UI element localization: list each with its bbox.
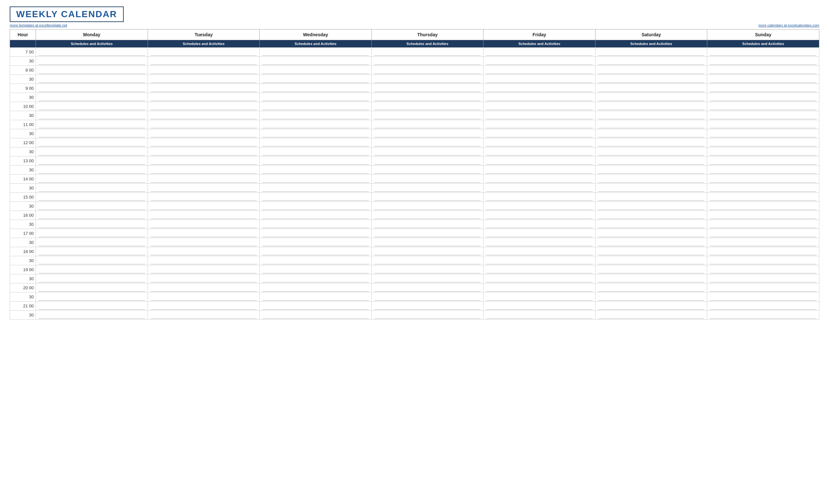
schedule-cell[interactable] bbox=[483, 166, 596, 175]
schedule-cell[interactable] bbox=[483, 256, 596, 265]
schedule-cell[interactable] bbox=[371, 75, 483, 84]
schedule-cell[interactable] bbox=[707, 75, 819, 84]
schedule-cell[interactable] bbox=[595, 48, 707, 57]
schedule-cell[interactable] bbox=[36, 184, 148, 193]
schedule-cell[interactable] bbox=[707, 247, 819, 256]
schedule-cell[interactable] bbox=[483, 247, 596, 256]
schedule-cell[interactable] bbox=[595, 283, 707, 292]
schedule-cell[interactable] bbox=[148, 265, 260, 274]
schedule-cell[interactable] bbox=[595, 238, 707, 247]
schedule-cell[interactable] bbox=[260, 184, 372, 193]
schedule-cell[interactable] bbox=[483, 120, 596, 129]
schedule-cell[interactable] bbox=[148, 120, 260, 129]
schedule-cell[interactable] bbox=[148, 184, 260, 193]
schedule-cell[interactable] bbox=[148, 93, 260, 102]
schedule-cell[interactable] bbox=[371, 184, 483, 193]
schedule-cell[interactable] bbox=[707, 229, 819, 238]
schedule-cell[interactable] bbox=[595, 175, 707, 184]
schedule-cell[interactable] bbox=[483, 147, 596, 156]
schedule-cell[interactable] bbox=[483, 48, 596, 57]
schedule-cell[interactable] bbox=[36, 193, 148, 202]
link-right[interactable]: more calendars at excelcalendars.com bbox=[758, 23, 819, 27]
schedule-cell[interactable] bbox=[371, 93, 483, 102]
schedule-cell[interactable] bbox=[483, 84, 596, 93]
schedule-cell[interactable] bbox=[707, 311, 819, 320]
schedule-cell[interactable] bbox=[148, 129, 260, 138]
schedule-cell[interactable] bbox=[148, 48, 260, 57]
schedule-cell[interactable] bbox=[371, 265, 483, 274]
schedule-cell[interactable] bbox=[148, 283, 260, 292]
schedule-cell[interactable] bbox=[595, 265, 707, 274]
schedule-cell[interactable] bbox=[707, 93, 819, 102]
schedule-cell[interactable] bbox=[371, 48, 483, 57]
schedule-cell[interactable] bbox=[707, 111, 819, 120]
schedule-cell[interactable] bbox=[260, 301, 372, 311]
schedule-cell[interactable] bbox=[707, 292, 819, 301]
schedule-cell[interactable] bbox=[371, 220, 483, 229]
schedule-cell[interactable] bbox=[595, 292, 707, 301]
schedule-cell[interactable] bbox=[483, 202, 596, 211]
schedule-cell[interactable] bbox=[483, 301, 596, 311]
schedule-cell[interactable] bbox=[36, 265, 148, 274]
schedule-cell[interactable] bbox=[483, 66, 596, 75]
schedule-cell[interactable] bbox=[371, 175, 483, 184]
schedule-cell[interactable] bbox=[148, 211, 260, 220]
schedule-cell[interactable] bbox=[36, 311, 148, 320]
schedule-cell[interactable] bbox=[595, 193, 707, 202]
schedule-cell[interactable] bbox=[707, 84, 819, 93]
schedule-cell[interactable] bbox=[483, 184, 596, 193]
schedule-cell[interactable] bbox=[707, 175, 819, 184]
schedule-cell[interactable] bbox=[371, 66, 483, 75]
schedule-cell[interactable] bbox=[595, 184, 707, 193]
schedule-cell[interactable] bbox=[707, 166, 819, 175]
schedule-cell[interactable] bbox=[260, 283, 372, 292]
schedule-cell[interactable] bbox=[483, 292, 596, 301]
schedule-cell[interactable] bbox=[707, 256, 819, 265]
schedule-cell[interactable] bbox=[707, 274, 819, 283]
schedule-cell[interactable] bbox=[483, 93, 596, 102]
schedule-cell[interactable] bbox=[36, 229, 148, 238]
schedule-cell[interactable] bbox=[595, 147, 707, 156]
schedule-cell[interactable] bbox=[483, 57, 596, 66]
schedule-cell[interactable] bbox=[36, 292, 148, 301]
schedule-cell[interactable] bbox=[260, 311, 372, 320]
schedule-cell[interactable] bbox=[595, 202, 707, 211]
schedule-cell[interactable] bbox=[371, 102, 483, 111]
link-left[interactable]: more templates at exceltemplate.net bbox=[10, 23, 67, 27]
schedule-cell[interactable] bbox=[36, 166, 148, 175]
schedule-cell[interactable] bbox=[371, 138, 483, 147]
schedule-cell[interactable] bbox=[260, 238, 372, 247]
schedule-cell[interactable] bbox=[707, 48, 819, 57]
schedule-cell[interactable] bbox=[595, 102, 707, 111]
schedule-cell[interactable] bbox=[595, 57, 707, 66]
schedule-cell[interactable] bbox=[260, 211, 372, 220]
schedule-cell[interactable] bbox=[707, 283, 819, 292]
schedule-cell[interactable] bbox=[707, 193, 819, 202]
schedule-cell[interactable] bbox=[707, 184, 819, 193]
schedule-cell[interactable] bbox=[707, 202, 819, 211]
schedule-cell[interactable] bbox=[148, 156, 260, 166]
schedule-cell[interactable] bbox=[148, 274, 260, 283]
schedule-cell[interactable] bbox=[595, 111, 707, 120]
schedule-cell[interactable] bbox=[260, 75, 372, 84]
schedule-cell[interactable] bbox=[371, 129, 483, 138]
schedule-cell[interactable] bbox=[148, 66, 260, 75]
schedule-cell[interactable] bbox=[148, 166, 260, 175]
schedule-cell[interactable] bbox=[595, 220, 707, 229]
schedule-cell[interactable] bbox=[595, 247, 707, 256]
schedule-cell[interactable] bbox=[36, 129, 148, 138]
schedule-cell[interactable] bbox=[148, 311, 260, 320]
schedule-cell[interactable] bbox=[260, 93, 372, 102]
schedule-cell[interactable] bbox=[483, 175, 596, 184]
schedule-cell[interactable] bbox=[36, 283, 148, 292]
schedule-cell[interactable] bbox=[371, 202, 483, 211]
schedule-cell[interactable] bbox=[36, 93, 148, 102]
schedule-cell[interactable] bbox=[595, 138, 707, 147]
schedule-cell[interactable] bbox=[707, 129, 819, 138]
schedule-cell[interactable] bbox=[707, 238, 819, 247]
schedule-cell[interactable] bbox=[483, 283, 596, 292]
schedule-cell[interactable] bbox=[260, 202, 372, 211]
schedule-cell[interactable] bbox=[707, 147, 819, 156]
schedule-cell[interactable] bbox=[36, 57, 148, 66]
schedule-cell[interactable] bbox=[36, 202, 148, 211]
